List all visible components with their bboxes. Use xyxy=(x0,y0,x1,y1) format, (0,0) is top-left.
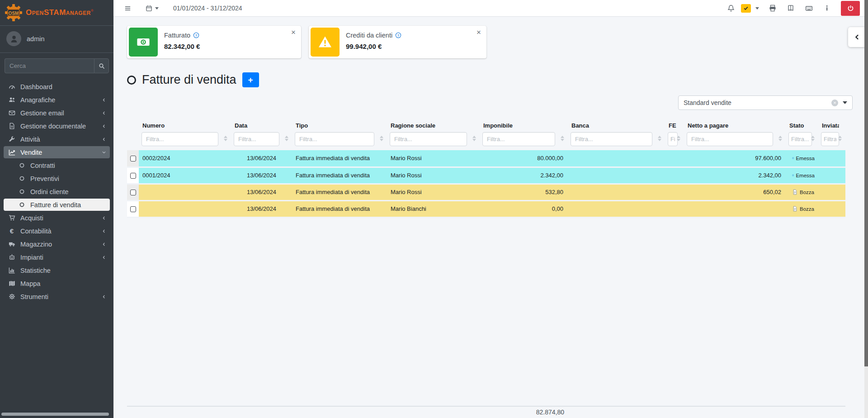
sidebar-item-contratti[interactable]: Contratti xyxy=(4,159,110,171)
sidebar-item-label: Contabilità xyxy=(20,228,52,235)
filter-numero-input[interactable] xyxy=(142,132,218,146)
brand[interactable]: OSM OpenSTAManager® xyxy=(0,0,113,26)
sidebar-item-anagrafiche[interactable]: Anagrafiche xyxy=(4,94,110,106)
map-icon xyxy=(7,280,16,287)
cell-stato: Bozza xyxy=(786,184,818,200)
sidebar-item-attivita[interactable]: Attività xyxy=(4,133,110,145)
widget-fatturato[interactable]: Fatturato ? 82.342,00 € × xyxy=(127,26,301,58)
filter-ragione-sociale-input[interactable] xyxy=(390,132,467,146)
table-row[interactable]: 0002/2024 13/06/2024 Fattura immediata d… xyxy=(127,150,845,167)
column-ragione-sociale: Ragione sociale xyxy=(387,122,480,150)
filter-fe-input[interactable] xyxy=(668,132,678,146)
sidebar-item-magazzino[interactable]: Magazzino xyxy=(4,238,110,250)
sort-toggle[interactable] xyxy=(778,136,782,141)
sidebar-item-statistiche[interactable]: Statistiche xyxy=(4,264,110,276)
scrollbar-track[interactable] xyxy=(864,366,868,418)
filter-data-input[interactable] xyxy=(234,132,279,146)
search-button[interactable] xyxy=(94,58,109,73)
chevron-left-icon xyxy=(102,255,106,260)
table-row[interactable]: 13/06/2024 Fattura immediata di vendita … xyxy=(127,200,845,217)
filter-stato-input[interactable] xyxy=(788,132,812,146)
cell-tipo: Fattura immediata di vendita xyxy=(292,184,387,200)
row-checkbox[interactable] xyxy=(130,156,136,162)
sidebar-item-gestione-email[interactable]: Gestione email xyxy=(4,107,110,119)
sort-toggle[interactable] xyxy=(838,136,842,141)
sidebar-item-dashboard[interactable]: Dashboard xyxy=(4,81,110,93)
sidebar-item-ordini-cliente[interactable]: Ordini cliente xyxy=(4,185,110,198)
sort-toggle[interactable] xyxy=(811,136,815,141)
sort-toggle[interactable] xyxy=(561,136,564,141)
column-data: Data xyxy=(231,122,292,150)
sidebar-toggle-button[interactable] xyxy=(120,0,136,16)
info-button[interactable] xyxy=(820,5,834,11)
row-checkbox[interactable] xyxy=(130,190,136,195)
shortcuts-button[interactable] xyxy=(802,5,816,12)
sort-toggle[interactable] xyxy=(285,136,288,141)
sort-toggle[interactable] xyxy=(224,136,227,141)
select-all-header xyxy=(127,122,139,150)
file-icon xyxy=(792,206,798,212)
sort-toggle[interactable] xyxy=(677,136,680,141)
close-icon[interactable]: × xyxy=(476,28,481,36)
search-input[interactable] xyxy=(5,58,94,73)
help-question-icon[interactable]: ? xyxy=(395,32,401,38)
clear-selection-icon[interactable]: × xyxy=(831,100,838,106)
caret-down-icon[interactable] xyxy=(755,7,759,10)
filter-banca-input[interactable] xyxy=(571,132,652,146)
user-panel[interactable]: admin xyxy=(0,26,113,53)
sort-toggle[interactable] xyxy=(658,136,661,141)
calendar-button[interactable] xyxy=(141,0,163,16)
help-question-icon[interactable]: ? xyxy=(193,32,199,38)
sidebar-item-label: Attività xyxy=(20,136,40,143)
filter-inviata-input[interactable] xyxy=(821,132,839,146)
column-banca: Banca xyxy=(568,122,665,150)
cell-fe xyxy=(665,200,684,217)
sidebar-item-mappa[interactable]: Mappa xyxy=(4,277,110,290)
top-navbar: 01/01/2024 - 31/12/2024 xyxy=(113,0,864,17)
sidebar-horizontal-scrollbar[interactable] xyxy=(1,413,109,416)
filter-netto-input[interactable] xyxy=(687,132,773,146)
table-row[interactable]: 13/06/2024 Fattura immediata di vendita … xyxy=(127,184,845,200)
calendar-icon xyxy=(146,5,152,12)
table-row[interactable]: 0001/2024 13/06/2024 Fattura immediata d… xyxy=(127,167,845,184)
page-header: Fatture di vendita + xyxy=(127,72,853,87)
sidebar-item-vendite[interactable]: Vendite xyxy=(4,146,110,158)
cell-netto: 97.600,00 xyxy=(684,150,786,167)
widget-crediti-da-clienti[interactable]: Crediti da clienti ? 99.942,00 € × xyxy=(309,26,486,58)
filter-tipo-input[interactable] xyxy=(295,132,374,146)
total-imponibile: 82.874,80 xyxy=(127,408,568,416)
right-panel-toggle-button[interactable] xyxy=(848,27,866,47)
docs-button[interactable] xyxy=(783,5,798,12)
sidebar-item-acquisti[interactable]: Acquisti xyxy=(4,212,110,224)
add-record-button[interactable]: + xyxy=(242,72,259,87)
wrench-icon xyxy=(7,136,16,142)
notifications-button[interactable] xyxy=(725,5,737,12)
sidebar-item-contabilita[interactable]: € Contabilità xyxy=(4,225,110,237)
print-template-select[interactable]: Standard vendite × xyxy=(678,95,853,110)
cell-tipo: Fattura immediata di vendita xyxy=(292,200,387,217)
truck-icon xyxy=(7,241,16,247)
sidebar-item-strumenti[interactable]: Strumenti xyxy=(4,290,110,303)
close-icon[interactable]: × xyxy=(291,28,296,36)
logout-button[interactable] xyxy=(841,1,860,16)
widgets-row: Fatturato ? 82.342,00 € × Crediti da cli… xyxy=(127,26,853,58)
row-checkbox[interactable] xyxy=(130,173,136,179)
print-button[interactable] xyxy=(765,5,780,12)
column-inviata: Inviata xyxy=(818,122,845,150)
chevron-left-icon xyxy=(102,137,106,142)
sidebar-item-gestione-documentale[interactable]: Gestione documentale xyxy=(4,120,110,132)
sidebar-item-preventivi[interactable]: Preventivi xyxy=(4,172,110,185)
vertical-scrollbar[interactable] xyxy=(864,0,868,366)
sort-toggle[interactable] xyxy=(472,136,476,141)
cell-ragione-sociale: Mario Rossi xyxy=(387,184,480,200)
column-label: Stato xyxy=(789,122,812,129)
period-date-range[interactable]: 01/01/2024 - 31/12/2024 xyxy=(173,5,242,12)
sidebar-item-fatture-di-vendita[interactable]: Fatture di vendita xyxy=(4,199,110,211)
sidebar-item-impianti[interactable]: Impianti xyxy=(4,251,110,263)
brand-name: OpenSTAManager® xyxy=(26,8,94,17)
filter-imponibile-input[interactable] xyxy=(482,132,555,146)
column-label: Numero xyxy=(142,122,218,129)
row-checkbox[interactable] xyxy=(130,206,136,212)
todo-button[interactable] xyxy=(741,4,751,13)
sort-toggle[interactable] xyxy=(380,136,383,141)
